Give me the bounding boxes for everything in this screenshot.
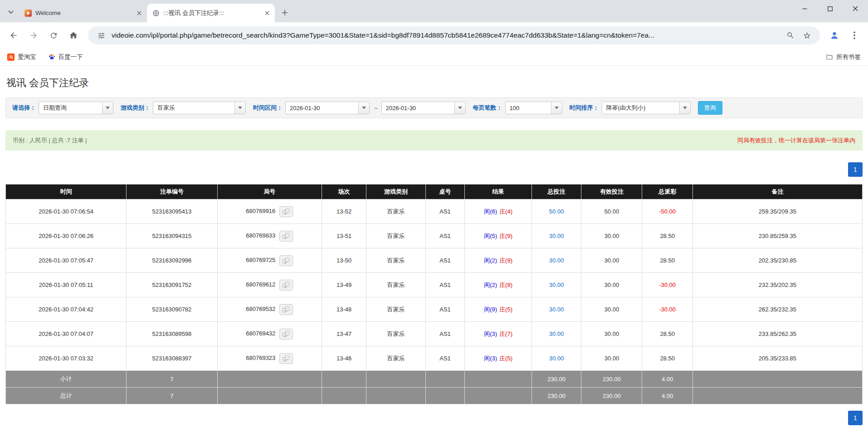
cell-time: 2026-01-30 07:06:26 xyxy=(6,224,127,248)
chevron-down-icon[interactable] xyxy=(551,102,562,114)
zoom-indicator-icon[interactable] xyxy=(785,29,796,41)
cell-payout: -30.00 xyxy=(642,297,692,322)
date-from-select[interactable]: 2026-01-30 xyxy=(285,102,370,114)
sort-order-select[interactable]: 降幂(由大到小) xyxy=(602,102,691,114)
date-to-select[interactable]: 2026-01-30 xyxy=(381,102,466,114)
chevron-down-icon[interactable] xyxy=(679,102,690,114)
cell-game-type: 百家乐 xyxy=(366,199,425,224)
tab-strip: Welcome :::视讯 会员下注纪录::: xyxy=(0,0,868,22)
cell-time: 2026-01-30 07:04:42 xyxy=(6,297,127,322)
result-banker: 庄(5) xyxy=(499,355,512,362)
result-player: 闲(2) xyxy=(484,282,497,288)
dice-icon xyxy=(283,306,290,313)
cell-bet-no: 523163090782 xyxy=(127,297,217,322)
chevron-down-icon[interactable] xyxy=(234,102,245,114)
tab-search-chevron-icon[interactable] xyxy=(5,6,17,19)
back-icon[interactable] xyxy=(5,26,23,44)
cell-game-type: 百家乐 xyxy=(366,224,425,248)
tab-close-icon[interactable] xyxy=(135,9,143,17)
view-result-dice-button[interactable] xyxy=(279,206,293,217)
bookmark-baidu[interactable]: 百度一下 xyxy=(48,53,83,61)
cell-session: 13-52 xyxy=(322,199,366,224)
new-tab-button[interactable] xyxy=(278,5,292,20)
total-bet-link[interactable]: 50.00 xyxy=(549,208,564,215)
chevron-down-icon[interactable] xyxy=(358,102,369,114)
browser-menu-kebab-icon[interactable] xyxy=(845,26,863,44)
close-window-button[interactable] xyxy=(843,0,868,17)
refresh-icon[interactable] xyxy=(44,26,63,44)
total-bet-link[interactable]: 30.00 xyxy=(549,233,564,239)
forward-icon[interactable] xyxy=(24,26,43,44)
cell-note: 259.35/209.35 xyxy=(692,199,862,224)
cell-payout: 28.50 xyxy=(642,224,692,248)
total-bet-link[interactable]: 30.00 xyxy=(549,306,564,313)
pagination-bottom: 1 xyxy=(5,411,863,425)
notice-text: 同局有效投注，统一计算在该局第一张注单内 xyxy=(737,136,855,145)
result-banker: 庄(5) xyxy=(499,306,512,313)
view-result-dice-button[interactable] xyxy=(279,304,293,315)
query-button[interactable]: 查询 xyxy=(698,101,722,115)
cell-table-no: AS1 xyxy=(425,248,465,273)
taobao-icon: 淘 xyxy=(7,53,15,61)
total-bet-link[interactable]: 30.00 xyxy=(549,282,564,288)
total-bet-link[interactable]: 30.00 xyxy=(549,355,564,362)
profile-avatar-icon[interactable] xyxy=(825,26,844,44)
cell-time: 2026-01-30 07:06:54 xyxy=(6,199,127,224)
cell-payout: -30.00 xyxy=(642,273,692,297)
header-note: 备注 xyxy=(692,184,862,199)
bookmark-aitaobao[interactable]: 淘 爱淘宝 xyxy=(7,53,36,61)
total-count: 7 xyxy=(127,388,217,404)
tab-close-icon[interactable] xyxy=(263,9,271,17)
game-type-value: 百家乐 xyxy=(153,102,234,114)
total-bet-link[interactable]: 30.00 xyxy=(549,257,564,264)
result-player: 闲(6) xyxy=(484,208,497,215)
window-controls xyxy=(792,0,868,17)
cell-total-bet: 30.00 xyxy=(532,297,581,322)
table-row: 2026-01-30 07:03:32 523163088397 6807693… xyxy=(6,346,863,371)
view-result-dice-button[interactable] xyxy=(279,255,293,266)
page-1-button[interactable]: 1 xyxy=(848,162,863,177)
table-body: 2026-01-30 07:06:54 523163095413 6807699… xyxy=(6,199,863,371)
page-1-button[interactable]: 1 xyxy=(848,411,863,425)
home-icon[interactable] xyxy=(64,26,83,44)
cell-valid-bet: 30.00 xyxy=(581,224,642,248)
dice-icon xyxy=(283,209,290,215)
chevron-down-icon[interactable] xyxy=(454,102,465,114)
browser-toolbar: videoie.com/ipl/portal.php/game/betrecor… xyxy=(0,22,868,49)
view-result-dice-button[interactable] xyxy=(279,231,293,242)
cell-result: 闲(3)庄(5) xyxy=(465,346,532,371)
cell-note: 202.35/230.85 xyxy=(692,248,862,273)
page-size-value: 100 xyxy=(506,102,551,114)
date-mode-select[interactable]: 日期查询 xyxy=(39,102,113,114)
cell-result: 闲(2)庄(8) xyxy=(465,273,532,297)
chevron-down-icon[interactable] xyxy=(102,102,113,114)
bookmark-star-icon[interactable] xyxy=(801,29,813,41)
dice-icon xyxy=(283,331,290,337)
cell-time: 2026-01-30 07:03:32 xyxy=(6,346,127,371)
game-type-select[interactable]: 百家乐 xyxy=(153,102,246,114)
maximize-button[interactable] xyxy=(817,0,843,17)
view-result-dice-button[interactable] xyxy=(279,329,293,340)
address-bar[interactable]: videoie.com/ipl/portal.php/game/betrecor… xyxy=(88,26,820,44)
tab-betrecord[interactable]: :::视讯 会员下注纪录::: xyxy=(147,4,275,22)
cell-payout: 28.50 xyxy=(642,322,692,346)
cell-result: 闲(3)庄(7) xyxy=(465,322,532,346)
welcome-favicon-icon xyxy=(24,10,32,17)
view-result-dice-button[interactable] xyxy=(279,353,293,364)
header-valid-bet: 有效投注 xyxy=(581,184,642,199)
view-result-dice-button[interactable] xyxy=(279,280,293,291)
page-content: 视讯 会员下注纪录 请选择： 日期查询 游戏类别： 百家乐 时间区间： 2026… xyxy=(0,66,868,425)
cell-session: 13-50 xyxy=(322,248,366,273)
cell-session: 13-48 xyxy=(322,297,366,322)
tab-welcome[interactable]: Welcome xyxy=(19,4,147,22)
cell-note: 230.85/259.35 xyxy=(692,224,862,248)
total-bet-link[interactable]: 30.00 xyxy=(549,330,564,337)
cell-round-no: 680769323 xyxy=(217,346,322,371)
site-settings-tune-icon[interactable] xyxy=(95,29,107,41)
page-size-select[interactable]: 100 xyxy=(505,102,562,114)
all-bookmarks[interactable]: 所有书签 xyxy=(826,53,861,61)
cell-note: 205.35/233.85 xyxy=(692,346,862,371)
cell-bet-no: 523163091752 xyxy=(127,273,217,297)
minimize-button[interactable] xyxy=(792,0,817,17)
cell-result: 闲(9)庄(5) xyxy=(465,297,532,322)
